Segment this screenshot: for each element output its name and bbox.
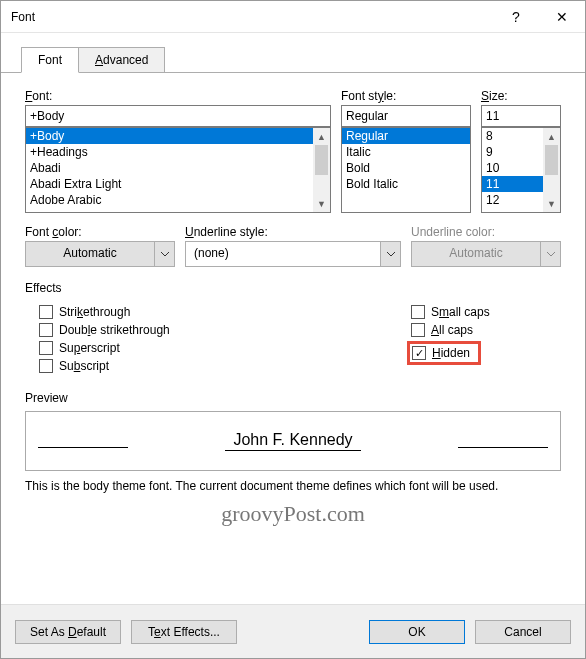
list-item[interactable]: Bold Italic [342, 176, 470, 192]
font-color-label: Font color: [25, 225, 175, 239]
help-button[interactable]: ? [493, 1, 539, 33]
superscript-checkbox[interactable]: Superscript [39, 341, 411, 355]
dialog-title: Font [11, 10, 493, 24]
hidden-checkbox[interactable]: Hidden [412, 346, 470, 360]
scroll-down-icon[interactable]: ▼ [543, 195, 560, 212]
font-color-combo[interactable]: Automatic [25, 241, 175, 267]
cancel-button[interactable]: Cancel [475, 620, 571, 644]
dialog-footer: Set As Default Text Effects... OK Cancel [1, 604, 585, 658]
font-dialog: Font ? ✕ Font Advanced Font: +Body +Head… [0, 0, 586, 659]
size-listbox[interactable]: 8 9 10 11 12 ▲ ▼ [481, 127, 561, 213]
list-item[interactable]: Abadi [26, 160, 313, 176]
scroll-thumb[interactable] [315, 145, 328, 175]
preview-box: John F. Kennedy [25, 411, 561, 471]
close-button[interactable]: ✕ [539, 1, 585, 33]
underline-color-label: Underline color: [411, 225, 561, 239]
fontstyle-listbox[interactable]: Regular Italic Bold Bold Italic [341, 127, 471, 213]
list-item[interactable]: Abadi Extra Light [26, 176, 313, 192]
text-effects-button[interactable]: Text Effects... [131, 620, 237, 644]
list-item[interactable]: 11 [482, 176, 543, 192]
chevron-down-icon [540, 242, 560, 266]
preview-rule [38, 447, 128, 448]
scroll-up-icon[interactable]: ▲ [543, 128, 560, 145]
scrollbar[interactable]: ▲ ▼ [543, 128, 560, 212]
preview-rule [458, 447, 548, 448]
hidden-highlight: Hidden [407, 341, 481, 365]
double-strikethrough-checkbox[interactable]: Double strikethrough [39, 323, 411, 337]
list-item[interactable]: +Headings [26, 144, 313, 160]
watermark: groovyPost.com [25, 501, 561, 527]
tab-advanced[interactable]: Advanced [78, 47, 165, 73]
list-item[interactable]: Bold [342, 160, 470, 176]
list-item[interactable]: Regular [342, 128, 470, 144]
tab-font[interactable]: Font [21, 47, 79, 73]
size-label: Size: [481, 89, 561, 103]
chevron-down-icon [154, 242, 174, 266]
underline-style-combo[interactable]: (none) [185, 241, 401, 267]
tab-strip: Font Advanced [1, 33, 585, 73]
list-item[interactable]: 12 [482, 192, 543, 208]
preview-group-title: Preview [25, 391, 561, 405]
fontstyle-input[interactable] [341, 105, 471, 127]
scroll-up-icon[interactable]: ▲ [313, 128, 330, 145]
preview-description: This is the body theme font. The current… [25, 479, 561, 493]
list-item[interactable]: 9 [482, 144, 543, 160]
scrollbar[interactable]: ▲ ▼ [313, 128, 330, 212]
list-item[interactable]: 8 [482, 128, 543, 144]
font-input[interactable] [25, 105, 331, 127]
scroll-thumb[interactable] [545, 145, 558, 175]
list-item[interactable]: Adobe Arabic [26, 192, 313, 208]
strikethrough-checkbox[interactable]: Strikethrough [39, 305, 411, 319]
preview-sample: John F. Kennedy [225, 431, 360, 451]
ok-button[interactable]: OK [369, 620, 465, 644]
chevron-down-icon [380, 242, 400, 266]
size-input[interactable] [481, 105, 561, 127]
small-caps-checkbox[interactable]: Small caps [411, 305, 561, 319]
list-item[interactable]: +Body [26, 128, 313, 144]
set-default-button[interactable]: Set As Default [15, 620, 121, 644]
scroll-down-icon[interactable]: ▼ [313, 195, 330, 212]
fontstyle-label: Font style: [341, 89, 471, 103]
list-item[interactable]: 10 [482, 160, 543, 176]
titlebar: Font ? ✕ [1, 1, 585, 33]
all-caps-checkbox[interactable]: All caps [411, 323, 561, 337]
underline-style-label: Underline style: [185, 225, 401, 239]
effects-group-title: Effects [25, 281, 561, 295]
subscript-checkbox[interactable]: Subscript [39, 359, 411, 373]
font-label: Font: [25, 89, 331, 103]
font-listbox[interactable]: +Body +Headings Abadi Abadi Extra Light … [25, 127, 331, 213]
list-item[interactable]: Italic [342, 144, 470, 160]
underline-color-combo: Automatic [411, 241, 561, 267]
